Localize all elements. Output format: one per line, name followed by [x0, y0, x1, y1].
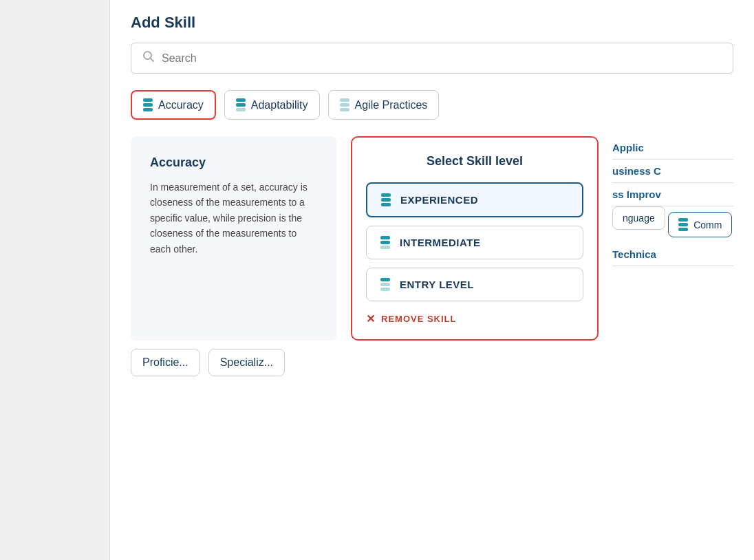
entry-level-icon	[380, 278, 390, 291]
adaptability-icon	[236, 98, 246, 111]
description-card: Accuracy In measurement of a set, accura…	[131, 136, 337, 341]
comm-chip-icon	[678, 218, 688, 231]
main-content: Add Skill Accuracy	[110, 0, 754, 560]
right-skill-business: usiness C	[612, 160, 733, 183]
accuracy-icon	[143, 98, 153, 111]
remove-skill-label: REMOVE SKILL	[381, 314, 457, 324]
description-skill-name: Accuracy	[150, 155, 318, 170]
add-skill-title: Add Skill	[131, 14, 733, 32]
search-input[interactable]	[162, 52, 722, 65]
right-skill-technica: Technica	[612, 243, 733, 266]
right-skill-comm[interactable]: Comm	[668, 212, 732, 237]
experienced-button[interactable]: EXPERIENCED	[366, 182, 583, 217]
search-bar[interactable]	[131, 43, 733, 74]
right-skill-language[interactable]: nguage	[612, 206, 665, 230]
bottom-chip-1[interactable]: Proficie...	[131, 349, 200, 376]
agile-label: Agile Practices	[355, 99, 428, 111]
search-icon	[142, 50, 155, 66]
skill-chip-agile[interactable]: Agile Practices	[328, 90, 440, 120]
select-skill-level-panel: Select Skill level EXPERIENCED	[351, 136, 599, 341]
panel-title: Select Skill level	[366, 154, 583, 169]
skill-chip-accuracy[interactable]: Accuracy	[131, 90, 216, 120]
svg-line-1	[151, 58, 154, 62]
remove-skill-button[interactable]: ✕ REMOVE SKILL	[366, 312, 457, 325]
entry-level-button[interactable]: ENTRY LEVEL	[366, 268, 583, 301]
intermediate-level-icon	[380, 236, 390, 249]
right-skills-list: Applic usiness C ss Improv nguage Co	[612, 136, 733, 341]
skill-chips-row: Accuracy Adaptability Agile Practices	[131, 90, 733, 120]
comm-chip-label: Comm	[693, 219, 722, 230]
bottom-skills-row: Proficie... Specializ...	[131, 349, 733, 376]
skill-chip-adaptability[interactable]: Adaptability	[224, 90, 320, 120]
bottom-chip-1-label: Proficie...	[142, 356, 188, 369]
remove-x-icon: ✕	[366, 312, 376, 325]
right-skill-improve: ss Improv	[612, 183, 733, 206]
bottom-chip-2-label: Specializ...	[220, 356, 273, 369]
agile-icon	[340, 98, 349, 111]
lower-row: Accuracy In measurement of a set, accura…	[131, 136, 733, 341]
page-background: Add Skill Accuracy	[0, 0, 754, 560]
bottom-chip-2[interactable]: Specializ...	[208, 349, 285, 376]
intermediate-label: INTERMEDIATE	[400, 237, 480, 248]
experienced-level-icon	[381, 193, 391, 206]
left-sidebar	[0, 0, 110, 560]
experienced-label: EXPERIENCED	[400, 194, 478, 206]
adaptability-label: Adaptability	[251, 99, 308, 111]
entry-level-label: ENTRY LEVEL	[400, 279, 474, 290]
language-chip-label: nguage	[623, 213, 655, 224]
accuracy-label: Accuracy	[158, 99, 204, 111]
intermediate-button[interactable]: INTERMEDIATE	[366, 226, 583, 259]
description-text: In measurement of a set, accuracy is clo…	[150, 180, 318, 257]
right-skill-applic: Applic	[612, 136, 733, 160]
